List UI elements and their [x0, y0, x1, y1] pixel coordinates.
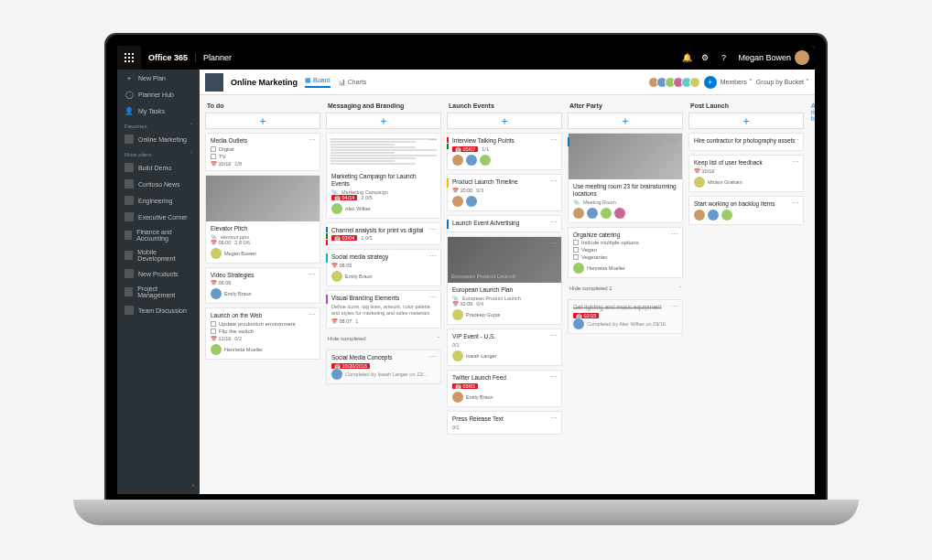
card-more-icon[interactable]: ⋯ [792, 157, 799, 166]
members-dropdown[interactable]: Members˅ [721, 79, 753, 86]
checklist-item[interactable]: Digital [211, 146, 315, 152]
task-card[interactable]: ⋯Press Release Text0/1 [447, 411, 562, 435]
sidebar-plan-item[interactable]: Project Management [117, 282, 200, 302]
task-card[interactable]: ⋯VIP Event - U.S.0/1Isaiah Langer [447, 328, 562, 366]
card-title: Interview Talking Points [452, 137, 557, 145]
new-plan-button[interactable]: ＋ New Plan [117, 70, 200, 86]
favorites-header[interactable]: Favorites ˄ [117, 119, 200, 131]
task-card[interactable]: ⋯Keep list of user feedback📅 10/16Miriam… [688, 155, 804, 192]
tab-charts[interactable]: 📊 Charts [338, 79, 367, 86]
my-tasks-link[interactable]: 👤 My Tasks [117, 102, 200, 119]
avatar [452, 309, 463, 320]
card-more-icon[interactable]: ⋯ [550, 331, 558, 339]
card-more-icon[interactable]: ⋯ [309, 270, 316, 278]
sidebar-plan-item[interactable]: Mobile Development [117, 245, 200, 265]
card-more-icon[interactable]: ⋯ [671, 302, 678, 310]
add-task-button[interactable]: ＋ [568, 113, 683, 129]
task-card[interactable]: European Product Launch⋯European Launch … [447, 236, 562, 325]
checklist-item[interactable]: Include multiple options [573, 240, 677, 245]
task-card[interactable]: ⋯Organize cateringInclude multiple optio… [568, 227, 683, 279]
add-task-button[interactable]: ＋ [326, 113, 441, 129]
user-menu[interactable]: Megan Bowen [732, 50, 815, 65]
task-card[interactable]: ⋯Media OutletsDigitalTV📅 10/16 1/8 [205, 133, 320, 171]
card-more-icon[interactable]: ⋯ [792, 135, 799, 144]
add-bucket-button[interactable]: Add new bu [809, 101, 815, 489]
sidebar-plan-item[interactable]: Executive Corner [117, 209, 200, 225]
sidebar-item-label: Engineering [138, 198, 172, 204]
task-card[interactable]: ⋯Visual Branding ElementsDefine icons, t… [326, 290, 441, 328]
settings-icon[interactable]: ⚙ [696, 53, 714, 62]
global-header: Office 365 Planner 🔔 ⚙ ? Megan Bowen [117, 46, 815, 70]
svg-rect-4 [128, 57, 130, 59]
card-more-icon[interactable]: ⋯ [429, 225, 437, 233]
add-task-button[interactable]: ＋ [205, 113, 320, 129]
card-more-icon[interactable]: ⋯ [550, 372, 558, 381]
task-card[interactable]: ⋯Launch on the WebUpdate production envi… [205, 307, 320, 360]
card-more-icon[interactable]: ⋯ [309, 135, 316, 144]
card-more-icon[interactable]: ⋯ [429, 252, 437, 260]
add-member-button[interactable]: + [704, 76, 717, 89]
card-more-icon[interactable]: ⋯ [429, 293, 437, 301]
card-more-icon[interactable]: ⋯ [671, 230, 678, 238]
task-card[interactable]: ⋯Product Launch Timeline📅 10:00 0/3 [447, 174, 562, 211]
avatar [452, 392, 463, 403]
favorite-plan-online-marketing[interactable]: Online Marketing [117, 131, 200, 147]
help-icon[interactable]: ? [714, 53, 732, 62]
group-by-dropdown[interactable]: Group by Bucket˅ [756, 79, 809, 86]
sidebar-plan-item[interactable]: Contoso News [117, 176, 200, 192]
app-launcher-icon[interactable] [117, 46, 141, 70]
plan-members[interactable] [651, 77, 700, 88]
card-more-icon[interactable]: ⋯ [429, 352, 437, 361]
card-title: Elevator Pitch [211, 225, 315, 232]
notifications-icon[interactable]: 🔔 [677, 53, 696, 62]
sidebar-item-label: Finance and Accounting [136, 229, 192, 242]
card-more-icon[interactable]: ⋯ [550, 414, 558, 422]
svg-rect-2 [132, 53, 134, 55]
sidebar-plan-item[interactable]: Build Demo [117, 159, 200, 176]
task-card[interactable]: ⋯Elevator Pitch📎 elevator.pptx📅 06:00 2 … [205, 175, 320, 264]
task-card[interactable]: ⋯Launch Event Advertising [447, 215, 562, 233]
card-more-icon[interactable]: ⋯ [550, 218, 558, 226]
task-card[interactable]: ⋯Channel analysis for print vs digital📅 … [326, 222, 441, 246]
checklist-item[interactable]: Vegan [573, 247, 677, 253]
hide-completed-toggle[interactable]: Hide completed 1˄ [568, 282, 683, 296]
card-more-icon[interactable]: ⋯ [792, 199, 799, 207]
sidebar-plan-item[interactable]: Team Discussion [117, 302, 200, 318]
plan-thumb-icon [125, 179, 134, 188]
task-card[interactable]: ⋯Interview Talking Points📅 05/07 1/1 [447, 133, 562, 170]
card-title: Video Strategies [211, 272, 315, 279]
card-more-icon[interactable]: ⋯ [550, 239, 558, 247]
card-more-icon[interactable]: ⋯ [550, 177, 558, 185]
card-more-icon[interactable]: ⋯ [309, 310, 316, 318]
collapse-sidebar-button[interactable]: ‹ [117, 477, 200, 494]
hide-completed-toggle[interactable]: Hide completed˄ [326, 332, 441, 346]
task-card[interactable]: ⋯Social Media Concepts📅 10/20/2016 Compl… [326, 350, 441, 384]
checklist-item[interactable]: Vegetarian [573, 254, 677, 260]
planner-hub-link[interactable]: ◯ Planner Hub [117, 86, 200, 102]
sidebar-plan-item[interactable]: Engineering [117, 192, 200, 209]
checklist-item[interactable]: Update production environment [211, 321, 315, 327]
bucket-title: To do [205, 101, 320, 113]
task-card[interactable]: ⋯Get lighting and music equipment📅 02/15… [568, 299, 683, 334]
add-task-button[interactable]: ＋ [688, 113, 804, 129]
task-card[interactable]: ⋯Marketing Campaign for Launch Events📎 M… [326, 133, 441, 219]
sidebar-plan-item[interactable]: Finance and Accounting [117, 225, 200, 245]
checklist-item[interactable]: Flip the switch [211, 328, 315, 334]
sidebar-plan-item[interactable]: New Products [117, 265, 200, 282]
task-card[interactable]: ⋯Social media strategy📅 08:05Emily Braun [326, 249, 441, 286]
more-plans-header[interactable]: More plans ˄ [117, 147, 200, 159]
task-card[interactable]: ⋯Video Strategies📅 06:09Emily Braun [205, 267, 320, 305]
category-stripe [326, 227, 328, 246]
task-card[interactable]: ⋯Start working on backlog items [688, 196, 804, 226]
card-more-icon[interactable]: ⋯ [309, 178, 316, 186]
task-card[interactable]: ⋯Twitter Launch Feed📅 03/01Emily Braun [447, 370, 562, 407]
card-more-icon[interactable]: ⋯ [550, 135, 558, 144]
card-more-icon[interactable]: ⋯ [671, 135, 678, 144]
tab-board[interactable]: ▦ Board [305, 77, 331, 88]
task-card[interactable]: ⋯Hire contractor for photography assets [688, 133, 804, 151]
due-date-badge: 📅 05/07 [452, 146, 478, 152]
card-more-icon[interactable]: ⋯ [429, 135, 437, 144]
add-task-button[interactable]: ＋ [447, 113, 562, 129]
checklist-item[interactable]: TV [211, 154, 315, 159]
task-card[interactable]: ⋯Use meeting room 23 for brainstorming l… [568, 133, 683, 223]
